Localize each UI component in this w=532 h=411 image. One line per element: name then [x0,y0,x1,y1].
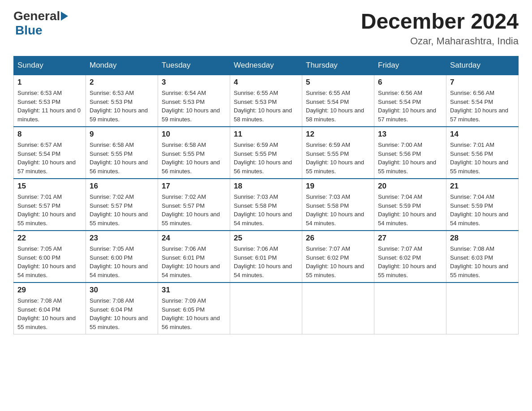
day-number: 19 [306,182,370,191]
day-number: 31 [162,286,226,295]
day-number: 8 [17,130,82,139]
day-number: 5 [306,78,370,87]
day-info: Sunrise: 6:56 AM Sunset: 5:54 PM Dayligh… [450,89,515,124]
day-info: Sunrise: 7:06 AM Sunset: 6:01 PM Dayligh… [162,244,226,279]
calendar-day-cell: 31 Sunrise: 7:09 AM Sunset: 6:05 PM Dayl… [158,283,230,334]
logo-general-text: General [13,9,60,23]
logo: General Blue [13,9,69,38]
day-info: Sunrise: 6:59 AM Sunset: 5:55 PM Dayligh… [234,141,298,176]
calendar-day-cell: 21 Sunrise: 7:04 AM Sunset: 5:59 PM Dayl… [446,179,519,231]
day-number: 12 [306,130,370,139]
calendar-day-cell: 6 Sunrise: 6:56 AM Sunset: 5:54 PM Dayli… [374,75,446,127]
calendar-day-cell: 11 Sunrise: 6:59 AM Sunset: 5:55 PM Dayl… [230,127,302,179]
header-wednesday: Wednesday [230,56,302,75]
calendar-day-cell: 9 Sunrise: 6:58 AM Sunset: 5:55 PM Dayli… [86,127,158,179]
day-number: 26 [306,234,370,243]
day-number: 29 [17,286,82,295]
calendar-day-cell: 10 Sunrise: 6:58 AM Sunset: 5:55 PM Dayl… [158,127,230,179]
calendar-day-cell: 27 Sunrise: 7:07 AM Sunset: 6:02 PM Dayl… [374,231,446,283]
day-info: Sunrise: 6:53 AM Sunset: 5:53 PM Dayligh… [17,89,82,124]
calendar-day-cell: 20 Sunrise: 7:04 AM Sunset: 5:59 PM Dayl… [374,179,446,231]
calendar-day-cell: 22 Sunrise: 7:05 AM Sunset: 6:00 PM Dayl… [14,231,86,283]
calendar-day-cell: 16 Sunrise: 7:02 AM Sunset: 5:57 PM Dayl… [86,179,158,231]
day-number: 20 [378,182,442,191]
calendar-day-cell: 18 Sunrise: 7:03 AM Sunset: 5:58 PM Dayl… [230,179,302,231]
day-number: 4 [234,78,298,87]
day-info: Sunrise: 7:08 AM Sunset: 6:04 PM Dayligh… [90,296,154,331]
calendar-day-cell: 25 Sunrise: 7:06 AM Sunset: 6:01 PM Dayl… [230,231,302,283]
calendar-day-cell: 14 Sunrise: 7:01 AM Sunset: 5:56 PM Dayl… [446,127,519,179]
calendar-week-row: 8 Sunrise: 6:57 AM Sunset: 5:54 PM Dayli… [14,127,519,179]
day-number: 24 [162,234,226,243]
day-info: Sunrise: 6:57 AM Sunset: 5:54 PM Dayligh… [17,141,82,176]
day-info: Sunrise: 6:58 AM Sunset: 5:55 PM Dayligh… [162,141,226,176]
day-number: 17 [162,182,226,191]
day-number: 6 [378,78,442,87]
day-info: Sunrise: 7:01 AM Sunset: 5:56 PM Dayligh… [450,141,515,176]
calendar-day-cell: 5 Sunrise: 6:55 AM Sunset: 5:54 PM Dayli… [302,75,374,127]
day-number: 10 [162,130,226,139]
calendar-week-row: 15 Sunrise: 7:01 AM Sunset: 5:57 PM Dayl… [14,179,519,231]
calendar-day-cell: 13 Sunrise: 7:00 AM Sunset: 5:56 PM Dayl… [374,127,446,179]
day-number: 27 [378,234,442,243]
location-text: Ozar, Maharashtra, India [361,35,519,47]
logo-arrow-icon [61,12,68,21]
day-info: Sunrise: 6:53 AM Sunset: 5:53 PM Dayligh… [90,89,154,124]
day-number: 13 [378,130,442,139]
day-info: Sunrise: 7:05 AM Sunset: 6:00 PM Dayligh… [17,244,82,279]
day-number: 21 [450,182,515,191]
day-number: 14 [450,130,515,139]
calendar-week-row: 1 Sunrise: 6:53 AM Sunset: 5:53 PM Dayli… [14,75,519,127]
day-info: Sunrise: 7:02 AM Sunset: 5:57 PM Dayligh… [90,193,154,227]
day-info: Sunrise: 7:04 AM Sunset: 5:59 PM Dayligh… [378,193,442,227]
calendar-day-cell [302,283,374,334]
day-info: Sunrise: 7:00 AM Sunset: 5:56 PM Dayligh… [378,141,442,176]
day-info: Sunrise: 7:01 AM Sunset: 5:57 PM Dayligh… [17,193,82,227]
day-info: Sunrise: 7:03 AM Sunset: 5:58 PM Dayligh… [306,193,370,227]
calendar-day-cell: 12 Sunrise: 6:59 AM Sunset: 5:55 PM Dayl… [302,127,374,179]
header-friday: Friday [374,56,446,75]
calendar-day-cell: 2 Sunrise: 6:53 AM Sunset: 5:53 PM Dayli… [86,75,158,127]
header-tuesday: Tuesday [158,56,230,75]
day-info: Sunrise: 6:58 AM Sunset: 5:55 PM Dayligh… [90,141,154,176]
day-number: 1 [17,78,82,87]
calendar-day-cell: 28 Sunrise: 7:08 AM Sunset: 6:03 PM Dayl… [446,231,519,283]
calendar-day-cell: 7 Sunrise: 6:56 AM Sunset: 5:54 PM Dayli… [446,75,519,127]
day-number: 11 [234,130,298,139]
calendar-day-cell: 3 Sunrise: 6:54 AM Sunset: 5:53 PM Dayli… [158,75,230,127]
day-info: Sunrise: 6:55 AM Sunset: 5:54 PM Dayligh… [306,89,370,124]
calendar-header-row: Sunday Monday Tuesday Wednesday Thursday… [14,56,519,75]
day-info: Sunrise: 6:59 AM Sunset: 5:55 PM Dayligh… [306,141,370,176]
title-section: December 2024 Ozar, Maharashtra, India [361,9,519,47]
calendar-day-cell [230,283,302,334]
day-info: Sunrise: 6:54 AM Sunset: 5:53 PM Dayligh… [162,89,226,124]
day-number: 2 [90,78,154,87]
day-number: 25 [234,234,298,243]
day-number: 15 [17,182,82,191]
day-info: Sunrise: 7:07 AM Sunset: 6:02 PM Dayligh… [306,244,370,279]
day-info: Sunrise: 6:55 AM Sunset: 5:53 PM Dayligh… [234,89,298,124]
calendar-week-row: 29 Sunrise: 7:08 AM Sunset: 6:04 PM Dayl… [14,283,519,334]
day-number: 23 [90,234,154,243]
day-info: Sunrise: 7:09 AM Sunset: 6:05 PM Dayligh… [162,296,226,331]
day-info: Sunrise: 7:07 AM Sunset: 6:02 PM Dayligh… [378,244,442,279]
page-header: General Blue December 2024 Ozar, Maharas… [13,9,519,47]
header-thursday: Thursday [302,56,374,75]
calendar-day-cell: 30 Sunrise: 7:08 AM Sunset: 6:04 PM Dayl… [86,283,158,334]
header-monday: Monday [86,56,158,75]
day-info: Sunrise: 7:04 AM Sunset: 5:59 PM Dayligh… [450,193,515,227]
day-number: 22 [17,234,82,243]
calendar-day-cell: 4 Sunrise: 6:55 AM Sunset: 5:53 PM Dayli… [230,75,302,127]
day-info: Sunrise: 7:02 AM Sunset: 5:57 PM Dayligh… [162,193,226,227]
day-info: Sunrise: 7:05 AM Sunset: 6:00 PM Dayligh… [90,244,154,279]
day-number: 7 [450,78,515,87]
day-number: 16 [90,182,154,191]
day-info: Sunrise: 7:08 AM Sunset: 6:04 PM Dayligh… [17,296,82,331]
calendar-day-cell [374,283,446,334]
calendar-day-cell: 24 Sunrise: 7:06 AM Sunset: 6:01 PM Dayl… [158,231,230,283]
calendar-day-cell: 19 Sunrise: 7:03 AM Sunset: 5:58 PM Dayl… [302,179,374,231]
calendar-day-cell: 26 Sunrise: 7:07 AM Sunset: 6:02 PM Dayl… [302,231,374,283]
calendar-day-cell: 29 Sunrise: 7:08 AM Sunset: 6:04 PM Dayl… [14,283,86,334]
month-title: December 2024 [361,9,519,34]
day-number: 3 [162,78,226,87]
